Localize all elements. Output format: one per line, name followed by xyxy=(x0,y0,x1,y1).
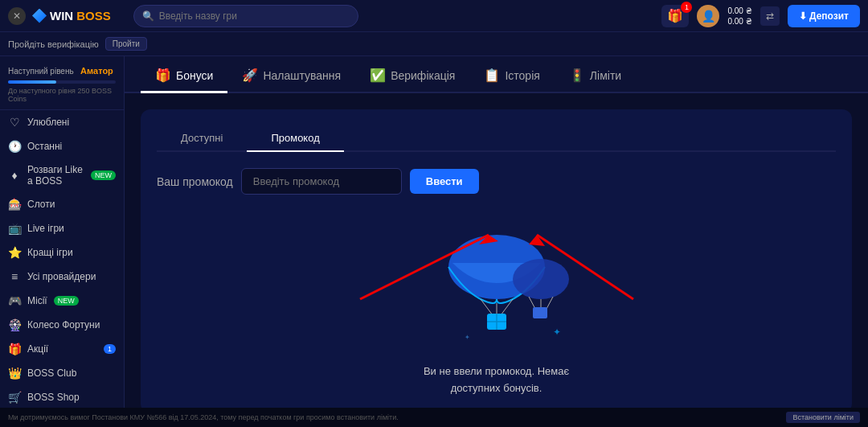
sidebar-item-label: Слоти xyxy=(27,199,55,210)
gift-tab-icon: 🎁 xyxy=(155,68,171,83)
promo-bar: Пройдіть верифікацію Пройти xyxy=(0,32,868,56)
deposit-button[interactable]: ⬇ Депозит xyxy=(788,5,860,27)
sidebar-item-like-boss[interactable]: ♦ Розваги Like a BOSS NEW xyxy=(0,158,124,192)
tab-history[interactable]: 📋 Історія xyxy=(469,60,554,93)
sidebar-item-label: Акції xyxy=(27,343,48,355)
star-icon: ⭐ xyxy=(8,246,21,259)
search-box[interactable]: 🔍 xyxy=(133,5,358,27)
bonus-card: Доступні Промокод Ваш промокод Ввести xyxy=(141,109,852,408)
heart-icon: ♡ xyxy=(8,116,21,129)
sidebar-item-label: Live ігри xyxy=(27,223,64,234)
sidebar-item-best[interactable]: ⭐ Кращі ігри xyxy=(0,240,124,265)
promo-form: Ваш промокод Ввести xyxy=(157,168,836,195)
sidebar-item-actions[interactable]: 🎁 Акції 1 xyxy=(0,337,124,361)
wheel-icon: 🎡 xyxy=(8,318,21,331)
clock-icon: 🕐 xyxy=(8,140,21,153)
promo-text: Пройдіть верифікацію xyxy=(8,39,99,49)
content-area: 🎁 Бонуси 🚀 Налаштування ✅ Верифікація 📋 … xyxy=(125,56,868,408)
subtab-available[interactable]: Доступні xyxy=(157,125,247,150)
level-progress-bar xyxy=(8,80,116,84)
sidebar-item-label: Останні xyxy=(27,141,62,152)
crown-icon: 👑 xyxy=(8,367,21,380)
sidebar-item-label: Усі провайдери xyxy=(27,271,96,282)
notice-text: Ми дотримуємось вимог Постанови КМУ №566… xyxy=(8,413,399,421)
shop-icon: 🛒 xyxy=(8,391,21,404)
mission-icon: 🎮 xyxy=(8,294,21,307)
logo-win: WIN xyxy=(50,9,73,23)
promo-code-input[interactable] xyxy=(241,168,402,195)
tab-bonuses[interactable]: 🎁 Бонуси xyxy=(141,60,227,93)
level-label: Наступний рівень Аматор xyxy=(8,63,116,77)
live-icon: 📺 xyxy=(8,222,21,235)
limits-button[interactable]: Встановити ліміти xyxy=(786,412,860,423)
sidebar: Наступний рівень Аматор До наступного рі… xyxy=(0,56,125,408)
limits-icon: 🚦 xyxy=(569,68,585,83)
diamond-icon: ♦ xyxy=(8,169,21,182)
level-progress-fill xyxy=(8,80,56,84)
gift-nav-icon: 🎁 xyxy=(8,343,21,355)
top-bar-left: ✕ WIN BOSS xyxy=(8,7,111,25)
sidebar-item-label: Улюблені xyxy=(27,117,69,128)
sidebar-item-slots[interactable]: 🎰 Слоти xyxy=(0,192,124,216)
parachute-illustration: ✦ ✦ xyxy=(416,219,577,347)
history-icon: 📋 xyxy=(484,68,500,83)
sidebar-item-missions[interactable]: 🎮 Місії NEW xyxy=(0,289,124,313)
sidebar-item-label: BOSS Club xyxy=(27,367,76,379)
tab-limits[interactable]: 🚦 Ліміти xyxy=(555,60,636,93)
logo-diamond-icon xyxy=(32,9,47,23)
svg-rect-15 xyxy=(533,307,547,318)
tabs-bar: 🎁 Бонуси 🚀 Налаштування ✅ Верифікація 📋 … xyxy=(125,56,868,93)
rocket-icon: 🚀 xyxy=(242,68,258,83)
balance-line2: 0.00 ₴ xyxy=(727,16,751,27)
swap-button[interactable]: ⇄ xyxy=(760,6,780,26)
search-input[interactable] xyxy=(159,10,350,22)
list-icon: ≡ xyxy=(8,270,21,283)
check-icon: ✅ xyxy=(370,68,386,83)
promo-label: Ваш промокод xyxy=(157,175,233,188)
promo-pass-button[interactable]: Пройти xyxy=(105,37,147,51)
new-badge: NEW xyxy=(91,170,116,180)
close-button[interactable]: ✕ xyxy=(8,7,26,25)
balance-line1: 0.00 ₴ xyxy=(727,6,751,16)
slots-icon: 🎰 xyxy=(8,198,21,211)
promo-submit-button[interactable]: Ввести xyxy=(410,169,479,194)
sidebar-item-label: BOSS Shop xyxy=(27,392,80,403)
empty-message: Ви не ввели промокод. Немає доступних бо… xyxy=(424,363,569,397)
subtab-promo[interactable]: Промокод xyxy=(247,125,343,152)
logo: WIN BOSS xyxy=(32,9,111,23)
page-content: Доступні Промокод Ваш промокод Ввести xyxy=(125,93,868,408)
svg-text:✦: ✦ xyxy=(465,334,470,341)
bottom-notice: Ми дотримуємось вимог Постанови КМУ №566… xyxy=(0,408,868,427)
avatar[interactable]: 👤 xyxy=(697,5,719,27)
gift-button[interactable]: 🎁 1 xyxy=(661,5,689,27)
sidebar-item-label: Розваги Like a BOSS xyxy=(27,164,84,187)
main-layout: Наступний рівень Аматор До наступного рі… xyxy=(0,56,868,408)
sidebar-item-wheel[interactable]: 🎡 Колесо Фортуни xyxy=(0,313,124,337)
tab-settings[interactable]: 🚀 Налаштування xyxy=(227,60,355,93)
sub-tabs: Доступні Промокод xyxy=(157,125,836,152)
gift-badge: 1 xyxy=(681,2,692,13)
sidebar-item-recent[interactable]: 🕐 Останні xyxy=(0,134,124,158)
sidebar-item-label: Колесо Фортуни xyxy=(27,319,100,331)
sidebar-item-boss-shop[interactable]: 🛒 BOSS Shop xyxy=(0,385,124,408)
balance-info: 0.00 ₴ 0.00 ₴ xyxy=(727,6,751,27)
svg-point-11 xyxy=(513,259,569,299)
sidebar-item-label: Кращі ігри xyxy=(27,247,73,258)
sidebar-item-live[interactable]: 📺 Live ігри xyxy=(0,216,124,240)
level-sub: До наступного рівня 250 BOSS Coins xyxy=(8,87,116,103)
top-bar-right: 🎁 1 👤 0.00 ₴ 0.00 ₴ ⇄ ⬇ Депозит xyxy=(661,5,860,27)
sidebar-item-favorites[interactable]: ♡ Улюблені xyxy=(0,110,124,134)
level-section: Наступний рівень Аматор До наступного рі… xyxy=(0,56,124,110)
svg-text:✦: ✦ xyxy=(553,326,561,338)
search-icon: 🔍 xyxy=(142,10,154,22)
new-badge: NEW xyxy=(54,296,79,306)
sidebar-item-all-providers[interactable]: ≡ Усі провайдери xyxy=(0,265,124,289)
logo-boss: BOSS xyxy=(76,9,111,23)
parachute-svg: ✦ ✦ xyxy=(416,219,577,347)
top-bar: ✕ WIN BOSS 🔍 🎁 1 👤 0.00 ₴ 0.00 ₴ ⇄ ⬇ Деп… xyxy=(0,0,868,32)
tab-verification[interactable]: ✅ Верифікація xyxy=(355,60,469,93)
sidebar-item-label: Місії xyxy=(27,295,47,306)
sidebar-item-boss-club[interactable]: 👑 BOSS Club xyxy=(0,361,124,385)
actions-badge: 1 xyxy=(104,344,116,354)
